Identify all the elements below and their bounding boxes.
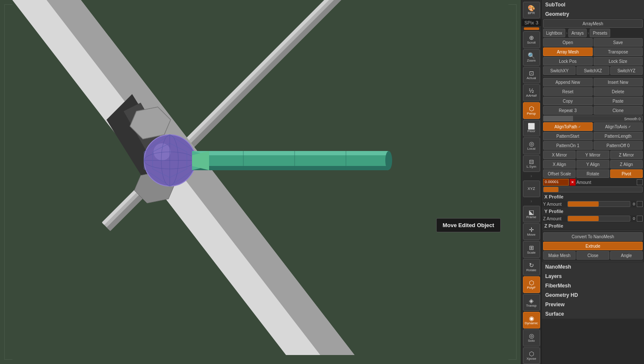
xyz-button[interactable]: XYZ — [523, 181, 540, 197]
frame-button[interactable]: ⬕ Frame — [523, 206, 540, 222]
nav-separator1: › — [566, 31, 567, 36]
switchXY-button[interactable]: SwitchXY — [543, 66, 576, 75]
aahalf-button[interactable]: ½ AAHalf — [523, 84, 540, 101]
presets-button[interactable]: Presets — [590, 29, 610, 37]
arrays-label: Arrays — [571, 31, 584, 36]
solo-button[interactable]: ◎ Solo — [523, 329, 540, 346]
x-align-button[interactable]: X Align — [543, 160, 576, 169]
lock-row: Lock Pos Lock Size — [543, 57, 643, 65]
transpose-button[interactable]: Transpose — [594, 47, 643, 56]
array-mesh-label: Array Mesh — [557, 50, 579, 54]
dynamic-button[interactable]: ◉ Dynamic — [523, 312, 540, 328]
save-label: Save — [613, 40, 623, 45]
append-insert-row: Append New Insert New — [543, 78, 643, 86]
arrays-button[interactable]: Arrays — [568, 29, 587, 37]
z-amount-lock[interactable] — [637, 216, 643, 222]
move-button[interactable]: ✛ Move — [523, 223, 540, 240]
insert-new-label: Insert New — [608, 80, 628, 85]
pattern-start-button[interactable]: PatternStart — [543, 132, 593, 140]
zoom-button[interactable]: 🔍 Zoom — [523, 49, 540, 66]
rotate-label: Rotate — [526, 269, 537, 272]
xpose-button[interactable]: ⬡ Xpose — [523, 347, 540, 364]
switchXZ-button[interactable]: SwitchXZ — [576, 66, 609, 75]
smooth-slider[interactable]: Smooth 0 — [543, 115, 643, 121]
z-align-label: Z Align — [620, 162, 633, 167]
fibermesh-header[interactable]: FiberMesh — [542, 281, 644, 290]
y-amount-lock[interactable] — [637, 201, 643, 207]
clone-button[interactable]: Clone — [594, 106, 643, 115]
amount-input[interactable]: 0.00001 — [543, 179, 569, 186]
offset-scale-button[interactable]: Offset Scale — [543, 169, 576, 178]
z-amount-slider[interactable] — [567, 216, 630, 222]
subtool-header[interactable]: SubTool — [542, 0, 644, 9]
make-mesh-button[interactable]: Make Mesh — [543, 251, 576, 260]
delete-button[interactable]: Delete — [594, 87, 643, 96]
surface-header[interactable]: Surface — [542, 309, 644, 319]
floor-label: Floor — [527, 130, 535, 133]
save-button[interactable]: Save — [594, 38, 643, 47]
z-mirror-button[interactable]: Z Mirror — [610, 151, 643, 159]
append-new-button[interactable]: Append New — [543, 78, 593, 86]
lock-pos-button[interactable]: Lock Pos — [543, 57, 593, 65]
convert-nanomesh-button[interactable]: Convert To NanoMesh — [543, 232, 643, 241]
persp-button[interactable]: ⬡ Persp — [523, 102, 540, 119]
offset-rotate-pivot-row: Offset Scale Rotate Pivot — [543, 169, 643, 178]
close-label: Close — [588, 253, 599, 258]
arraymesh-button[interactable]: ArrayMesh — [543, 19, 643, 28]
layers-header[interactable]: Layers — [542, 272, 644, 281]
x-mirror-button[interactable]: X Mirror — [543, 151, 576, 159]
transp-button[interactable]: ◈ Transp — [523, 294, 540, 311]
pattern-length-button[interactable]: PatternLength — [594, 132, 643, 140]
open-button[interactable]: Open — [543, 38, 593, 47]
viewport[interactable]: Move Edited Object — [0, 0, 521, 364]
amount-slider[interactable] — [543, 186, 643, 192]
rotate-btn[interactable]: Rotate — [576, 169, 609, 178]
array-mesh-button[interactable]: Array Mesh — [543, 47, 593, 56]
amount-value: 0.00001 — [545, 180, 559, 184]
paste-button[interactable]: Paste — [594, 97, 643, 105]
reset-button[interactable]: Reset — [543, 87, 593, 96]
geometry-header[interactable]: Geometry — [542, 9, 644, 19]
rotate-button[interactable]: ↻ Rotate — [523, 259, 540, 275]
y-amount-slider[interactable] — [567, 201, 630, 207]
lightbox-button[interactable]: Lightbox — [543, 29, 565, 37]
pivot-button[interactable]: Pivot — [610, 169, 643, 178]
amount-x-button[interactable]: ✕ — [570, 179, 576, 186]
y-align-button[interactable]: Y Align — [576, 160, 609, 169]
lsym-button[interactable]: ⊟ L.Sym — [523, 155, 540, 172]
preview-header[interactable]: Preview — [542, 300, 644, 309]
extrude-button[interactable]: Extrude — [543, 242, 643, 250]
actual-button[interactable]: ⊡ Actual — [523, 67, 540, 83]
floor-button[interactable]: ⬜ Floor — [523, 120, 540, 136]
pattern-off-button[interactable]: PatternOff 0 — [594, 141, 643, 150]
polyf-button[interactable]: ⬡ PolyF — [523, 276, 540, 293]
repeat-button[interactable]: Repeat 3 — [543, 106, 593, 115]
angle-button[interactable]: Angle — [610, 251, 643, 260]
y-mirror-button[interactable]: Y Mirror — [576, 151, 609, 159]
repeat-label: Repeat — [559, 108, 573, 113]
panel-expand-right2[interactable]: › — [523, 198, 540, 205]
close-button[interactable]: Close — [576, 251, 609, 260]
subtool-label: SubTool — [545, 2, 565, 8]
copy-label: Copy — [563, 99, 573, 104]
scroll-button[interactable]: ⊕ Scroll — [523, 31, 540, 48]
lock-size-button[interactable]: Lock Size — [594, 57, 643, 65]
scale-button[interactable]: ⊞ Scale — [523, 241, 540, 257]
nanomesh-header[interactable]: NanoMesh — [542, 262, 644, 272]
convert-nanomesh-row: Convert To NanoMesh — [543, 232, 643, 241]
align-to-axis-button[interactable]: AlignToAxis ✓ — [594, 122, 643, 131]
geometry-hd-header[interactable]: Geometry HD — [542, 290, 644, 300]
y-profile-label: Y Profile — [544, 209, 563, 214]
pattern-on-button[interactable]: PatternOn 1 — [543, 141, 593, 150]
align-to-path-button[interactable]: AlignToPath ✓ — [543, 122, 593, 131]
insert-new-button[interactable]: Insert New — [594, 78, 643, 86]
copy-button[interactable]: Copy — [543, 97, 593, 105]
repeat-value: 3 — [574, 108, 577, 113]
bpr-button[interactable]: 🎨 BPR — [523, 2, 540, 18]
amount-lock[interactable] — [637, 179, 643, 185]
panel-expand-right[interactable]: › — [523, 173, 540, 180]
layers-label: Layers — [545, 273, 562, 279]
z-align-button[interactable]: Z Align — [610, 160, 643, 169]
switchYZ-button[interactable]: SwitchYZ — [610, 66, 643, 75]
local-button[interactable]: ◎ Local — [523, 137, 540, 154]
